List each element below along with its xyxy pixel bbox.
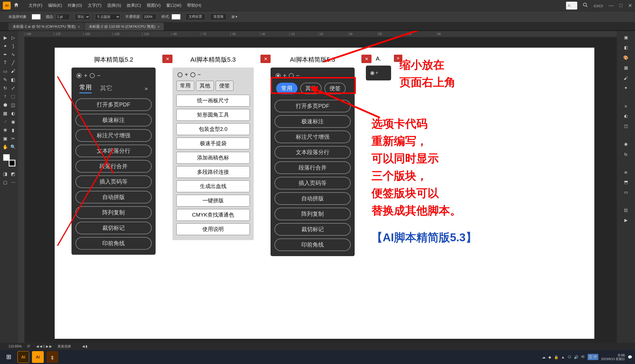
search-box[interactable]: A. bbox=[566, 2, 577, 10]
scale-tool[interactable]: ⤢ bbox=[9, 84, 17, 92]
tray-icons[interactable]: ☁ ◆ 🔒 ▲ 🗨 🔊 中 五 中 bbox=[542, 354, 599, 360]
panel1-btn[interactable]: 段落行合并 bbox=[75, 160, 152, 173]
color-panel-icon[interactable]: 🎨 bbox=[621, 54, 631, 62]
chevron-right-icon[interactable]: » bbox=[145, 85, 148, 92]
panel2-tab-notes[interactable]: 便签 bbox=[216, 81, 234, 91]
canvas[interactable]: -190-170-150-130-110-90-70-50-30-1010305… bbox=[18, 31, 617, 350]
radio-icon[interactable] bbox=[90, 73, 95, 78]
pen-tool[interactable]: ✒ bbox=[1, 50, 9, 58]
gradient-tool[interactable]: ◐ bbox=[9, 109, 17, 117]
artboard-tool[interactable]: ▣ bbox=[1, 135, 9, 142]
uniform-select[interactable]: 等比 bbox=[75, 14, 90, 20]
menu-object[interactable]: 对象(O) bbox=[68, 3, 82, 8]
panel3-btn[interactable]: 文本段落分行 bbox=[274, 146, 351, 159]
search-icon[interactable] bbox=[583, 3, 588, 8]
panel1-tab-other[interactable]: 其它 bbox=[100, 84, 112, 92]
transparency-panel-icon[interactable]: ◫ bbox=[621, 122, 631, 130]
system-clock[interactable]: 9:06 2023/8/13 星期日 bbox=[601, 353, 625, 361]
arrange-icon[interactable]: ▭▭ bbox=[594, 3, 603, 9]
close-icon[interactable]: × bbox=[78, 25, 80, 29]
panel2-btn[interactable]: 统一画板尺寸 bbox=[176, 95, 250, 106]
style-swatch[interactable] bbox=[172, 14, 181, 20]
graphic-styles-panel-icon[interactable]: fx bbox=[621, 150, 631, 158]
magic-wand-tool[interactable]: ✦ bbox=[1, 42, 9, 50]
shape-builder-tool[interactable]: ⬢ bbox=[1, 101, 9, 109]
panel3-btn[interactable]: 印前角线 bbox=[274, 238, 351, 251]
radio-icon[interactable] bbox=[177, 72, 183, 77]
tray-icon[interactable]: ▲ bbox=[561, 355, 565, 359]
menu-help[interactable]: 帮助(H) bbox=[187, 3, 201, 8]
fill-swatch[interactable] bbox=[32, 14, 41, 20]
eraser-tool[interactable]: ◧ bbox=[9, 76, 17, 84]
zoom-level[interactable]: 110.65% bbox=[8, 344, 22, 348]
doc-tab-1[interactable]: 未标题-2.ai @ 50 % (CMYK/CPU 预览) × bbox=[8, 23, 84, 31]
tray-volume-icon[interactable]: 🔊 bbox=[574, 355, 578, 359]
menu-effect[interactable]: 效果(C) bbox=[127, 3, 141, 8]
taskbar-app-ai[interactable]: Ai bbox=[17, 351, 29, 363]
width-tool[interactable]: ⫯ bbox=[1, 92, 9, 100]
panel1-close-button[interactable]: ✕ bbox=[162, 55, 172, 63]
tray-icon[interactable]: ◆ bbox=[548, 355, 551, 359]
doc-setup-button[interactable]: 文档设置 bbox=[186, 13, 205, 20]
panel1-btn[interactable]: 标注尺寸增强 bbox=[75, 129, 152, 142]
close-button[interactable]: ✕ bbox=[628, 3, 632, 9]
menu-file[interactable]: 文件(F) bbox=[29, 3, 42, 8]
panel1-btn[interactable]: 阵列复制 bbox=[75, 206, 152, 219]
swatches-panel-icon[interactable]: ▦ bbox=[621, 64, 631, 72]
panel2-btn[interactable]: 一键拼版 bbox=[176, 195, 250, 207]
close-icon[interactable]: × bbox=[158, 25, 160, 29]
slice-tool[interactable]: ✂ bbox=[9, 135, 17, 142]
panel2-close-button[interactable]: ✕ bbox=[260, 55, 271, 63]
panel1-btn[interactable]: 自动拼版 bbox=[75, 191, 152, 203]
libraries-panel-icon[interactable]: ◧ bbox=[621, 44, 631, 52]
blend-tool[interactable]: ◉ bbox=[9, 118, 17, 126]
tray-icon[interactable]: 🔒 bbox=[554, 355, 558, 359]
menu-window[interactable]: 窗口(W) bbox=[166, 3, 181, 8]
lasso-tool[interactable]: ⟆ bbox=[9, 42, 17, 50]
panel3-btn[interactable]: 标注尺寸增强 bbox=[274, 131, 351, 143]
align-icon[interactable]: ⊞ ▾ bbox=[232, 15, 238, 19]
panel1-tab-common[interactable]: 常用 bbox=[79, 83, 92, 93]
links-panel-icon[interactable]: ⛓ bbox=[621, 206, 631, 214]
gradient-panel-icon[interactable]: ◐ bbox=[621, 112, 631, 120]
opacity-input[interactable] bbox=[142, 14, 156, 20]
rotate-value[interactable]: 0° bbox=[27, 344, 30, 348]
panel2-tab-other[interactable]: 其他 bbox=[196, 81, 214, 91]
panel2-btn[interactable]: 添加画稿色标 bbox=[176, 152, 250, 164]
brushes-panel-icon[interactable]: 🖌 bbox=[621, 74, 631, 82]
panel3-btn[interactable]: 段落行合并 bbox=[274, 161, 351, 174]
minimize-button[interactable]: — bbox=[609, 3, 614, 9]
color-swatches[interactable] bbox=[3, 154, 15, 166]
panel1-btn[interactable]: 文本段落分行 bbox=[75, 145, 152, 157]
screen-mode[interactable]: ▢ bbox=[1, 178, 9, 186]
properties-panel-icon[interactable]: ▣ bbox=[621, 34, 631, 41]
panel3-btn[interactable]: 自动拼版 bbox=[274, 192, 351, 205]
hand-tool[interactable]: ✋ bbox=[1, 143, 9, 151]
perspective-tool[interactable]: ◫ bbox=[9, 101, 17, 109]
panel3-btn[interactable]: 插入页码等 bbox=[274, 177, 351, 189]
zoom-tool[interactable]: 🔍 bbox=[9, 143, 17, 151]
taskbar-app-ai-active[interactable]: Ai bbox=[32, 351, 44, 363]
panel1-btn[interactable]: 印前角线 bbox=[75, 237, 152, 250]
layers-panel-icon[interactable]: ≣ bbox=[621, 168, 631, 176]
artboards-panel-icon[interactable]: ▭ bbox=[621, 188, 631, 196]
direct-selection-tool[interactable]: ▷ bbox=[9, 34, 17, 41]
maximize-button[interactable]: □ bbox=[619, 3, 622, 9]
mesh-tool[interactable]: ▦ bbox=[1, 109, 9, 117]
stroke-input[interactable] bbox=[56, 14, 70, 20]
radio-icon[interactable] bbox=[370, 71, 374, 75]
menu-type[interactable]: 文字(T) bbox=[88, 3, 101, 8]
graph-tool[interactable]: ▮ bbox=[9, 126, 17, 134]
notifications-icon[interactable]: 💬 bbox=[628, 355, 632, 359]
home-icon[interactable] bbox=[13, 2, 20, 9]
panel1-btn[interactable]: 极速标注 bbox=[75, 114, 152, 126]
selection-tool[interactable]: ▶ bbox=[1, 34, 9, 41]
shaper-tool[interactable]: ✎ bbox=[1, 76, 9, 84]
actions-panel-icon[interactable]: ▶ bbox=[621, 216, 631, 224]
panel1-btn[interactable]: 打开多页PDF bbox=[75, 98, 152, 111]
start-button[interactable]: ⊞ bbox=[3, 351, 15, 363]
panel2-btn[interactable]: 包装盒型2.0 bbox=[176, 123, 250, 135]
eyedropper-tool[interactable]: ⟋ bbox=[1, 118, 9, 126]
symbol-tool[interactable]: ✾ bbox=[1, 126, 9, 134]
tray-ime-2[interactable]: 五 中 bbox=[588, 354, 598, 360]
